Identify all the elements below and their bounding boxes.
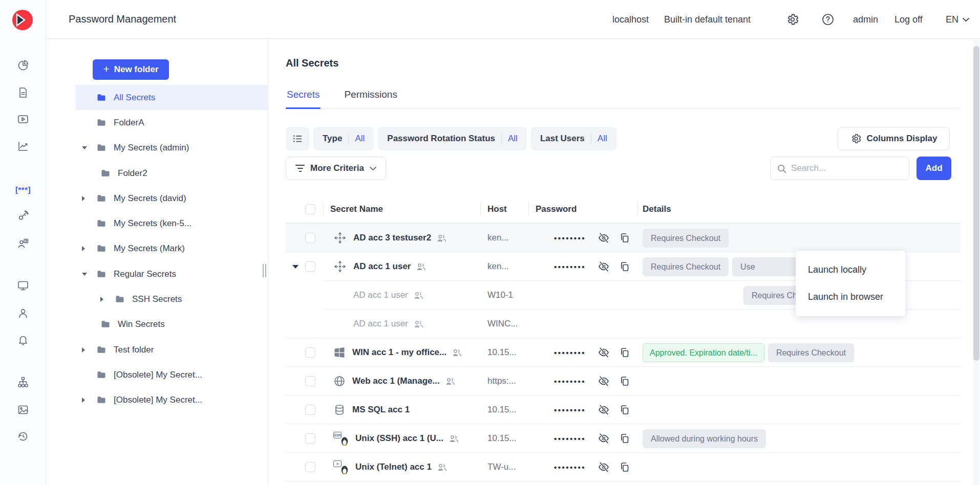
sessions-monitor-icon[interactable] [12,274,34,297]
sidebar-item-my-secrets-admin[interactable]: My Secrets (admin) [76,136,268,161]
caret-down-icon[interactable] [82,273,96,276]
column-header-secret-name[interactable]: Secret Name [323,194,480,224]
column-header-details[interactable]: Details [637,194,961,224]
table-row: AD acc 3 testuser2 ken... •••••••• Requi… [286,224,961,252]
reports-image-icon[interactable] [12,399,34,421]
caret-right-icon[interactable] [82,196,96,201]
secrets-table: Secret Name Host Password Details AD acc… [268,194,980,481]
row-checkbox[interactable] [305,433,315,444]
sidebar-item-regular-secrets[interactable]: Regular Secrets [76,261,268,286]
folder-label: [Obsolete] My Secret... [114,395,202,405]
reveal-password-icon[interactable] [598,432,610,445]
caret-right-icon[interactable] [82,246,96,251]
language-selector[interactable]: EN [946,0,969,39]
copy-password-icon[interactable] [619,433,630,444]
sidebar-item-all-secrets[interactable]: All Secrets [76,85,268,110]
sidebar-item-test-folder[interactable]: Test folder [76,337,268,362]
video-icon[interactable] [12,108,34,130]
tab-secrets[interactable]: Secrets [286,87,321,108]
filter-rotation-status[interactable]: Password Rotation Status All [378,127,527,150]
reveal-password-icon[interactable] [598,346,610,359]
new-folder-button[interactable]: + New folder [93,59,169,80]
help-icon[interactable] [821,0,835,39]
view-list-button[interactable] [286,127,309,150]
copy-password-icon[interactable] [619,376,630,387]
tab-permissions[interactable]: Permissions [343,87,398,108]
sidebar-item-win-secrets[interactable]: Win Secrets [76,312,268,337]
add-button[interactable]: Add [917,157,951,180]
reveal-password-icon[interactable] [598,260,610,273]
copy-password-icon[interactable] [619,461,630,473]
shared-users-icon [437,234,446,245]
caret-right-icon[interactable] [82,347,96,352]
caret-right-icon[interactable] [82,398,96,403]
copy-password-icon[interactable] [619,261,630,272]
row-checkbox[interactable] [305,233,315,243]
reveal-password-icon[interactable] [598,375,610,387]
columns-display-button[interactable]: Columns Display [838,127,950,150]
reveal-password-icon[interactable] [598,232,610,244]
logoff-button[interactable]: Log off [894,0,923,39]
caret-right-icon[interactable] [100,297,115,302]
analytics-icon[interactable] [12,135,34,158]
shared-users-icon [414,320,423,330]
column-header-password[interactable]: Password [528,194,637,224]
document-icon[interactable] [12,81,34,104]
caret-down-icon[interactable] [82,146,96,149]
status-badge: Requires Checkout [768,343,854,362]
notifications-icon[interactable] [12,328,34,351]
panel-resize-handle[interactable] [263,264,266,277]
row-checkbox[interactable] [305,405,315,415]
secret-name[interactable]: AD acc 1 user [353,261,411,272]
filter-type[interactable]: Type All [313,127,374,150]
pie-chart-icon[interactable] [12,54,34,77]
sidebar-item-my-secrets-mark[interactable]: My Secrets (Mark) [76,236,268,261]
row-checkbox[interactable] [305,462,315,472]
select-all-checkbox[interactable] [305,204,315,214]
users-icon[interactable] [12,302,34,324]
secret-name[interactable]: Unix (Telnet) acc 1 [355,462,432,472]
collapse-caret-icon[interactable] [292,265,299,269]
org-structure-icon[interactable] [12,371,34,393]
row-checkbox[interactable] [305,376,315,386]
column-header-host[interactable]: Host [480,194,528,224]
sidebar-item-obsolete-1[interactable]: [Obsolete] My Secret... [76,362,268,387]
folder-icon [96,269,114,279]
secret-name[interactable]: AD acc 1 user [353,290,408,300]
tenant-label: Built-in default tenant [664,0,751,39]
user-menu[interactable]: admin [853,0,878,39]
sidebar-item-obsolete-2[interactable]: [Obsolete] My Secret... [76,388,268,413]
row-checkbox[interactable] [305,347,315,358]
sidebar-item-foldera[interactable]: FolderA [76,110,268,135]
sidebar-item-my-secrets-david[interactable]: My Secrets (david) [76,186,268,211]
secret-name[interactable]: Web acc 1 (Manage... [352,376,440,386]
row-checkbox[interactable] [305,261,315,272]
sidebar-item-my-secrets-ken[interactable]: My Secrets (ken-5... [76,211,268,236]
secret-name[interactable]: AD acc 1 user [353,319,408,329]
sidebar-item-folder2[interactable]: Folder2 [76,161,268,186]
secret-name[interactable]: AD acc 3 testuser2 [353,233,431,243]
settings-gear-icon[interactable] [786,0,799,39]
folder-icon [96,118,114,128]
sidebar-item-ssh-secrets[interactable]: SSH Secrets [76,286,268,312]
copy-password-icon[interactable] [619,347,630,358]
reveal-password-icon[interactable] [598,461,610,473]
secret-name[interactable]: WIN acc 1 - my office... [352,347,446,358]
page-title: All Secrets [286,57,338,69]
reveal-password-icon[interactable] [598,404,610,416]
filter-last-users[interactable]: Last Users All [531,127,616,150]
folder-icon [96,244,114,254]
copy-password-icon[interactable] [619,404,630,415]
history-icon[interactable] [12,425,34,448]
user-request-icon[interactable] [12,232,34,255]
page-scrollbar-thumb[interactable] [973,46,979,361]
search-input[interactable] [791,157,904,180]
more-criteria-button[interactable]: More Criteria [286,157,386,180]
copy-password-icon[interactable] [619,232,630,244]
secret-name[interactable]: MS SQL acc 1 [352,405,410,415]
menu-item-launch-locally[interactable]: Launch locally [796,256,905,283]
passwords-icon[interactable]: [***] [12,178,34,201]
secret-name[interactable]: Unix (SSH) acc 1 (U... [355,433,443,444]
menu-item-launch-in-browser[interactable]: Launch in browser [796,283,905,311]
access-key-icon[interactable] [12,205,34,227]
